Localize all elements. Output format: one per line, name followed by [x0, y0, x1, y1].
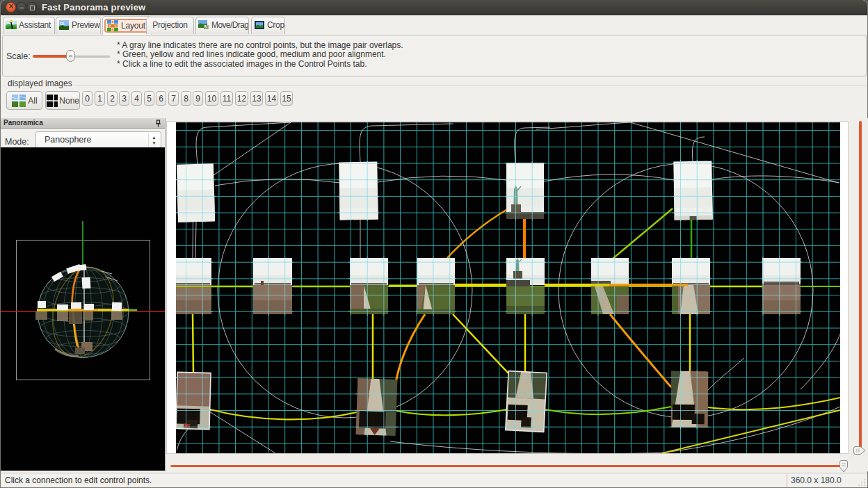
svg-text:GL: GL — [60, 22, 65, 26]
